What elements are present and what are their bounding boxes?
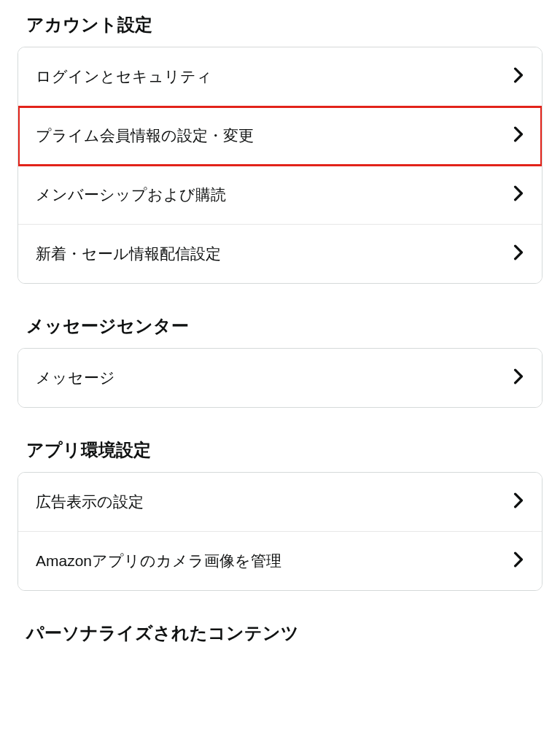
section-personalized-content: パーソナライズされたコンテンツ [0,608,560,655]
list-container: メッセージ [18,348,542,408]
list-item-label: ログインとセキュリティ [36,66,212,87]
item-sale-notifications[interactable]: 新着・セール情報配信設定 [18,225,542,283]
item-messages[interactable]: メッセージ [18,349,542,407]
section-title: アプリ環境設定 [0,425,560,472]
list-item-label: メンバーシップおよび購読 [36,185,226,205]
list-item-label: Amazonアプリのカメラ画像を管理 [36,551,281,571]
section-app-settings: アプリ環境設定 広告表示の設定 Amazonアプリのカメラ画像を管理 [0,425,560,591]
item-camera-images[interactable]: Amazonアプリのカメラ画像を管理 [18,532,542,590]
item-ad-settings[interactable]: 広告表示の設定 [18,473,542,532]
list-item-label: 新着・セール情報配信設定 [36,244,221,264]
list-container: 広告表示の設定 Amazonアプリのカメラ画像を管理 [18,472,542,591]
item-membership-subscriptions[interactable]: メンバーシップおよび購読 [18,166,542,225]
item-login-security[interactable]: ログインとセキュリティ [18,47,542,107]
section-title: メッセージセンター [0,301,560,348]
list-item-label: プライム会員情報の設定・変更 [36,125,254,146]
chevron-right-icon [513,551,524,570]
list-item-label: 広告表示の設定 [36,492,144,512]
section-message-center: メッセージセンター メッセージ [0,301,560,408]
section-account-settings: アカウント設定 ログインとセキュリティ プライム会員情報の設定・変更 メンバーシ… [0,0,560,284]
item-prime-membership[interactable]: プライム会員情報の設定・変更 [18,107,542,166]
list-container: ログインとセキュリティ プライム会員情報の設定・変更 メンバーシップおよび購読 … [18,47,542,284]
section-title: パーソナライズされたコンテンツ [0,608,560,655]
chevron-right-icon [513,185,524,204]
chevron-right-icon [513,492,524,511]
chevron-right-icon [513,368,524,387]
section-title: アカウント設定 [0,0,560,47]
chevron-right-icon [513,244,524,263]
chevron-right-icon [513,67,524,86]
chevron-right-icon [513,126,524,145]
list-item-label: メッセージ [36,368,115,388]
